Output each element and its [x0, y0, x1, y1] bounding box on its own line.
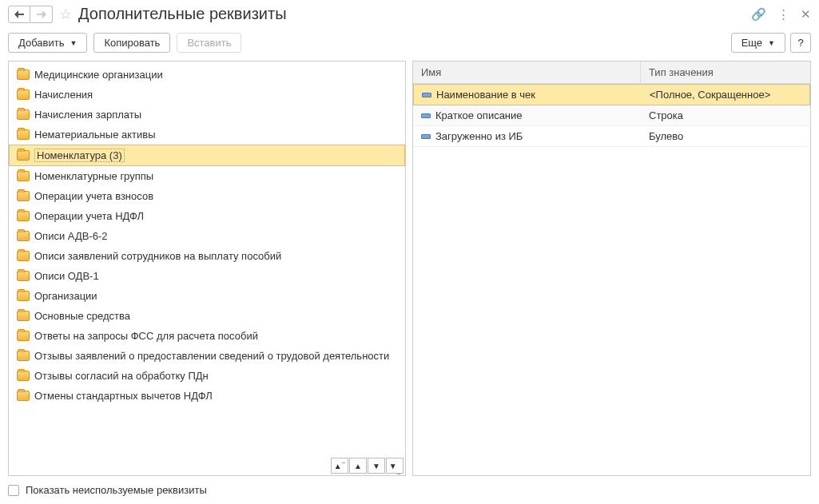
close-icon[interactable]: ✕ — [801, 7, 811, 22]
tree-item-label: Номенклатура (3) — [34, 149, 125, 162]
paste-button[interactable]: Вставить — [177, 33, 241, 53]
folder-icon — [17, 69, 30, 80]
show-unused-label: Показать неиспользуемые реквизиты — [26, 484, 207, 496]
tree-item[interactable]: Номенклатурные группы — [9, 166, 405, 186]
paste-button-label: Вставить — [187, 37, 231, 49]
table-row[interactable]: Загруженно из ИББулево — [413, 126, 810, 147]
folder-icon — [17, 271, 30, 281]
scroll-top-button[interactable]: ▲_ — [331, 458, 348, 474]
nav-buttons — [8, 6, 53, 23]
tree-item[interactable]: Начисления — [9, 85, 405, 105]
tree-item-label: Отзывы заявлений о предоставлении сведен… — [34, 350, 389, 362]
folder-icon — [17, 251, 30, 261]
copy-button[interactable]: Копировать — [93, 33, 170, 53]
tree-item-label: Организации — [34, 290, 97, 302]
tree-item-label: Нематериальные активы — [34, 129, 156, 141]
tree-item-label: Начисления зарплаты — [34, 109, 141, 121]
tree-item-label: Ответы на запросы ФСС для расчета пособи… — [34, 330, 258, 342]
add-button[interactable]: Добавить ▼ — [8, 33, 87, 53]
folder-icon — [17, 191, 30, 201]
folder-icon — [17, 89, 30, 100]
favorite-icon[interactable]: ☆ — [59, 6, 72, 23]
tree-item-label: Основные средства — [34, 310, 130, 322]
help-button-label: ? — [797, 37, 803, 49]
tree-item[interactable]: Описи ОДВ-1 — [9, 266, 405, 286]
cell-type: Булево — [641, 126, 810, 146]
tree-nav-footer: ▲_ ▲ ▼ ▼_ — [9, 456, 405, 475]
folder-icon — [17, 291, 30, 301]
tree-item[interactable]: Основные средства — [9, 306, 405, 326]
tree-list[interactable]: Медицинские организацииНачисленияНачисле… — [9, 62, 405, 456]
tree-item[interactable]: Операции учета взносов — [9, 186, 405, 206]
table-header: Имя Тип значения — [413, 62, 810, 84]
column-header-type[interactable]: Тип значения — [641, 62, 810, 83]
attribute-icon — [421, 134, 431, 139]
arrow-left-icon — [14, 10, 24, 18]
content: Медицинские организацииНачисленияНачисле… — [0, 61, 819, 476]
attribute-icon — [422, 93, 431, 97]
tree-item-label: Операции учета взносов — [34, 190, 153, 202]
tree-item-label: Отмены стандартных вычетов НДФЛ — [34, 390, 213, 402]
more-button[interactable]: Еще ▼ — [731, 33, 785, 53]
table-row[interactable]: Краткое описаниеСтрока — [413, 105, 810, 126]
tree-item-label: Операции учета НДФЛ — [34, 210, 144, 222]
tree-item-label: Медицинские организации — [34, 69, 163, 81]
page-title: Дополнительные реквизиты — [78, 5, 745, 23]
toolbar: Добавить ▼ Копировать Вставить Еще ▼ ? — [0, 28, 819, 61]
show-unused-checkbox[interactable] — [8, 485, 19, 496]
menu-icon[interactable]: ⋮ — [777, 7, 789, 22]
tree-item[interactable]: Номенклатура (3) — [9, 145, 405, 166]
folder-icon — [17, 129, 30, 140]
tree-item[interactable]: Отмены стандартных вычетов НДФЛ — [9, 386, 405, 406]
cell-type: Строка — [641, 105, 810, 125]
cell-name: Краткое описание — [413, 105, 641, 125]
toolbar-right: Еще ▼ ? — [731, 33, 811, 53]
link-icon[interactable]: 🔗 — [751, 7, 766, 22]
tree-item-label: Описи АДВ-6-2 — [34, 230, 107, 242]
left-panel: Медицинские организацииНачисленияНачисле… — [8, 61, 406, 476]
header: ☆ Дополнительные реквизиты 🔗 ⋮ ✕ — [0, 0, 819, 28]
more-button-label: Еще — [741, 37, 762, 49]
tree-item[interactable]: Описи АДВ-6-2 — [9, 226, 405, 246]
scroll-down-button[interactable]: ▼ — [368, 458, 385, 474]
folder-icon — [17, 351, 30, 361]
tree-item-label: Отзывы согласий на обработку ПДн — [34, 370, 209, 382]
tree-item-label: Номенклатурные группы — [34, 170, 153, 182]
tree-item[interactable]: Медицинские организации — [9, 65, 405, 85]
folder-icon — [17, 331, 30, 341]
column-header-name[interactable]: Имя — [413, 62, 641, 83]
folder-icon — [17, 311, 30, 321]
attribute-icon — [421, 113, 431, 118]
folder-icon — [17, 109, 30, 120]
table-body: Наименование в чек<Полное, Сокращенное>К… — [413, 84, 810, 475]
cell-name-text: Краткое описание — [435, 109, 523, 121]
scroll-up-button[interactable]: ▲ — [349, 458, 367, 474]
tree-item[interactable]: Отзывы согласий на обработку ПДн — [9, 366, 405, 386]
right-panel: Имя Тип значения Наименование в чек<Полн… — [412, 61, 811, 476]
add-button-label: Добавить — [18, 37, 64, 49]
chevron-down-icon: ▼ — [768, 39, 775, 47]
tree-item[interactable]: Нематериальные активы — [9, 125, 405, 145]
forward-button[interactable] — [30, 6, 53, 23]
tree-item[interactable]: Описи заявлений сотрудников на выплату п… — [9, 246, 405, 266]
cell-name-text: Загруженно из ИБ — [435, 130, 523, 142]
tree-item[interactable]: Операции учета НДФЛ — [9, 206, 405, 226]
tree-item[interactable]: Организации — [9, 286, 405, 306]
copy-button-label: Копировать — [104, 37, 160, 49]
tree-item[interactable]: Ответы на запросы ФСС для расчета пособи… — [9, 326, 405, 346]
cell-name: Загруженно из ИБ — [413, 126, 641, 146]
tree-item[interactable]: Начисления зарплаты — [9, 105, 405, 125]
table-row[interactable]: Наименование в чек<Полное, Сокращенное> — [413, 84, 810, 105]
cell-type: <Полное, Сокращенное> — [642, 85, 809, 105]
tree-item[interactable]: Отзывы заявлений о предоставлении сведен… — [9, 346, 405, 366]
scroll-bottom-button[interactable]: ▼_ — [386, 458, 404, 474]
arrow-right-icon — [37, 10, 46, 18]
folder-icon — [17, 371, 30, 381]
help-button[interactable]: ? — [790, 33, 811, 53]
footer: Показать неиспользуемые реквизиты — [0, 476, 819, 504]
tree-item-label: Начисления — [34, 89, 93, 101]
header-actions: 🔗 ⋮ ✕ — [751, 7, 811, 22]
folder-icon — [17, 150, 30, 161]
tree-item-label: Описи ОДВ-1 — [34, 270, 99, 282]
back-button[interactable] — [8, 6, 30, 23]
